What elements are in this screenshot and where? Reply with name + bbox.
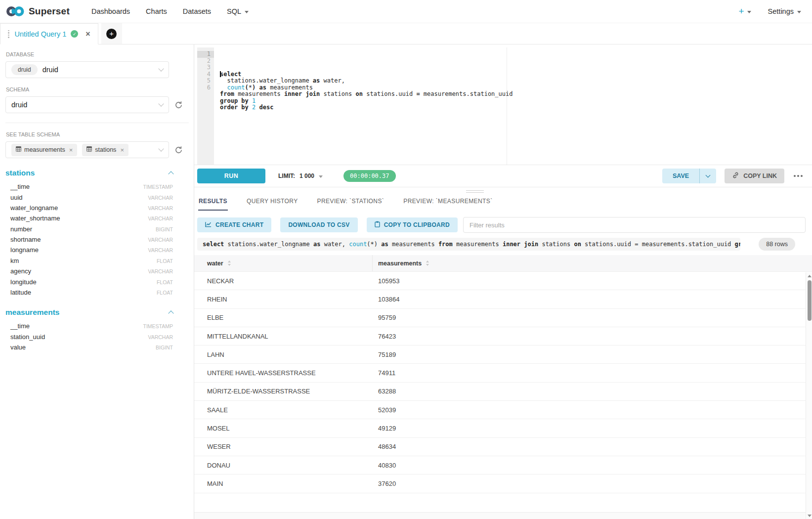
results-table: watermeasurements NECKAR105953RHEIN10386… bbox=[194, 255, 812, 519]
table-row[interactable]: MAIN37620 bbox=[194, 475, 812, 493]
filter-results-input[interactable] bbox=[463, 217, 806, 233]
splitter-drag-handle-icon[interactable] bbox=[466, 190, 484, 194]
more-options-icon[interactable] bbox=[793, 173, 804, 179]
table-row[interactable]: MOSEL49129 bbox=[194, 419, 812, 437]
schema-value: druid bbox=[11, 101, 27, 109]
pane-splitter[interactable] bbox=[194, 187, 812, 195]
column-row: uuidVARCHAR bbox=[5, 192, 189, 202]
column-header-measurements[interactable]: measurements bbox=[373, 255, 812, 271]
superset-logo-icon[interactable] bbox=[6, 5, 25, 17]
results-tab-results[interactable]: RESULTS bbox=[198, 195, 228, 211]
column-type: VARCHAR bbox=[148, 205, 173, 211]
results-scrollbar[interactable] bbox=[806, 272, 812, 519]
limit-dropdown[interactable]: LIMIT: 1 000 bbox=[278, 173, 323, 179]
code-line: from measurements inner join stations on… bbox=[220, 91, 812, 98]
chevron-down-icon bbox=[158, 66, 164, 71]
column-type: FLOAT bbox=[157, 258, 173, 264]
column-name: latitude bbox=[10, 289, 31, 296]
table-row[interactable]: DONAU40830 bbox=[194, 456, 812, 475]
limit-value: 1 000 bbox=[299, 173, 314, 179]
brand-title[interactable]: Superset bbox=[29, 6, 70, 17]
refresh-tables-icon[interactable] bbox=[173, 145, 183, 155]
column-name: shortname bbox=[10, 236, 41, 243]
save-options-button[interactable] bbox=[700, 175, 716, 177]
column-type: TIMESTAMP bbox=[143, 323, 173, 329]
scroll-up-icon[interactable] bbox=[808, 275, 812, 277]
settings-menu-button[interactable]: Settings bbox=[768, 7, 801, 15]
table-row[interactable]: UNTERE HAVEL-WASSERSTRASSE74911 bbox=[194, 364, 812, 382]
results-tab-preview-measurements[interactable]: PREVIEW: `MEASUREMENTS` bbox=[403, 195, 493, 211]
column-type: VARCHAR bbox=[148, 216, 173, 221]
database-select[interactable]: druid druid bbox=[5, 61, 169, 78]
query-elapsed-timer: 00:00:00.37 bbox=[343, 170, 395, 182]
table-row[interactable]: RHEIN103864 bbox=[194, 290, 812, 308]
nav-item-sql[interactable]: SQL bbox=[219, 7, 256, 15]
cell-water: LAHN bbox=[194, 351, 373, 358]
code-line: stations.water_longname as water, bbox=[220, 78, 812, 85]
table-row[interactable]: WESER48634 bbox=[194, 438, 812, 456]
table-schema-label: SEE TABLE SCHEMA bbox=[6, 131, 189, 137]
new-tab-button[interactable]: + bbox=[101, 23, 122, 44]
remove-table-icon[interactable]: × bbox=[69, 146, 73, 154]
sort-icon[interactable] bbox=[228, 260, 231, 266]
cell-water: NECKAR bbox=[194, 277, 373, 285]
create-chart-button[interactable]: CREATE CHART bbox=[197, 217, 271, 232]
code-line: group by 1 bbox=[220, 98, 812, 105]
tab-untitled-query-1[interactable]: Untitled Query 1 ✓ × bbox=[0, 23, 98, 44]
table-row[interactable]: ELBE95759 bbox=[194, 309, 812, 327]
table-schema-sections: stations__timeTIMESTAMPuuidVARCHARwater_… bbox=[5, 169, 189, 352]
nav-item-datasets[interactable]: Datasets bbox=[175, 7, 219, 15]
results-tab-query-history[interactable]: QUERY HISTORY bbox=[246, 195, 299, 211]
column-header-water[interactable]: water bbox=[194, 255, 373, 271]
table-row[interactable]: NECKAR105953 bbox=[194, 272, 812, 290]
code-line: order by 2 desc bbox=[220, 104, 812, 111]
table-section-header-measurements[interactable]: measurements bbox=[5, 308, 189, 317]
column-row: station_uuidVARCHAR bbox=[5, 332, 189, 342]
table-row[interactable]: LAHN75189 bbox=[194, 346, 812, 364]
table-row[interactable]: MITTELLANDKANAL76423 bbox=[194, 327, 812, 346]
table-chip-measurements[interactable]: measurements× bbox=[11, 144, 77, 156]
caret-down-icon bbox=[319, 175, 323, 178]
table-row[interactable]: MÜRITZ-ELDE-WASSERSTRASSE63288 bbox=[194, 383, 812, 401]
table-chip-stations[interactable]: stations× bbox=[82, 144, 128, 156]
remove-table-icon[interactable]: × bbox=[120, 146, 124, 154]
column-row: longitudeFLOAT bbox=[5, 276, 189, 287]
plus-circle-icon: + bbox=[106, 29, 117, 39]
column-name: value bbox=[10, 344, 26, 351]
column-name: longname bbox=[10, 246, 39, 254]
table-bottom-strip bbox=[194, 512, 812, 519]
save-split-button[interactable]: SAVE bbox=[662, 169, 716, 183]
chevron-up-icon bbox=[168, 310, 173, 316]
download-to-csv-button[interactable]: DOWNLOAD TO CSV bbox=[280, 217, 357, 232]
table-section-header-stations[interactable]: stations bbox=[5, 169, 189, 177]
save-button[interactable]: SAVE bbox=[662, 173, 699, 179]
copy-to-clipboard-button[interactable]: COPY TO CLIPBOARD bbox=[367, 217, 458, 232]
cell-water: UNTERE HAVEL-WASSERSTRASSE bbox=[194, 369, 373, 377]
close-tab-icon[interactable]: × bbox=[85, 30, 90, 38]
column-row: agencyVARCHAR bbox=[5, 266, 189, 276]
nav-item-charts[interactable]: Charts bbox=[138, 7, 175, 15]
sql-editor[interactable]: 123456 select stations.water_longname as… bbox=[197, 47, 812, 165]
results-tab-preview-stations[interactable]: PREVIEW: `STATIONS` bbox=[317, 195, 385, 211]
sidebar-divider bbox=[5, 123, 189, 123]
run-button[interactable]: RUN bbox=[197, 169, 265, 183]
editor-line-numbers: 123456 bbox=[197, 47, 214, 165]
copy-link-button[interactable]: COPY LINK bbox=[725, 169, 784, 183]
nav-item-dashboards[interactable]: Dashboards bbox=[84, 7, 138, 15]
table-schema-select[interactable]: measurements×stations× bbox=[5, 141, 169, 158]
executed-query-preview[interactable]: select stations.water_longname as water,… bbox=[197, 238, 740, 251]
schema-select[interactable]: druid bbox=[5, 96, 169, 113]
chevron-down-icon bbox=[706, 173, 711, 178]
editor-code-area[interactable]: select stations.water_longname as water,… bbox=[214, 47, 812, 165]
scrollbar-thumb[interactable] bbox=[808, 280, 812, 321]
column-type: VARCHAR bbox=[148, 195, 173, 201]
new-item-menu-button[interactable]: + bbox=[738, 6, 751, 17]
scroll-down-icon[interactable] bbox=[808, 515, 812, 517]
schema-label: SCHEMA bbox=[6, 86, 189, 92]
refresh-schema-icon[interactable] bbox=[173, 100, 183, 110]
column-list: __timeTIMESTAMPuuidVARCHARwater_longname… bbox=[5, 181, 189, 298]
sort-icon[interactable] bbox=[426, 260, 429, 266]
table-row[interactable]: SAALE52039 bbox=[194, 401, 812, 419]
database-value: druid bbox=[43, 66, 58, 74]
top-navbar: Superset DashboardsChartsDatasetsSQL + S… bbox=[0, 0, 812, 23]
